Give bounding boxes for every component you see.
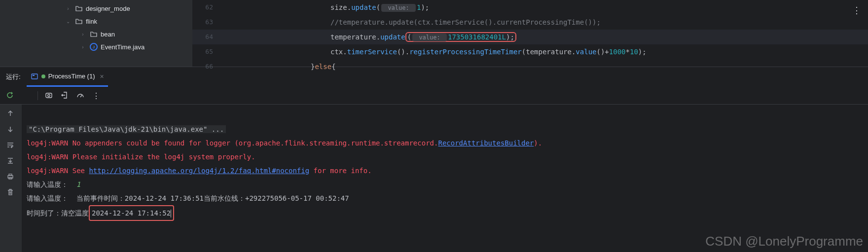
code-content: //temperature.update(ctx.timerService().… (222, 15, 601, 30)
line-number: 66 (192, 59, 222, 74)
editor-line[interactable]: 62size.update( value: 1); (192, 0, 868, 15)
console-warn-2: log4j:WARN Please initialize the log4j s… (27, 153, 255, 161)
down-icon[interactable] (6, 125, 15, 134)
more-icon[interactable]: ⋮ (852, 5, 862, 16)
trash-icon[interactable] (6, 188, 15, 197)
folder-icon (75, 17, 83, 25)
tree-item-label: bean (101, 31, 115, 38)
run-toolbar: ⋮ (0, 87, 868, 105)
editor-line[interactable]: 66}else{ (192, 59, 868, 74)
code-content: ctx.timerService().registerProcessingTim… (222, 44, 647, 59)
tree-item-label: designer_mode (86, 5, 130, 12)
stop-icon[interactable] (22, 91, 31, 100)
svg-point-3 (48, 94, 50, 96)
line-number: 65 (192, 44, 222, 59)
tree-item[interactable]: ›JEventTime.java (0, 40, 192, 53)
tree-item[interactable]: ⌄flink (0, 15, 192, 28)
chevron-icon[interactable]: › (64, 4, 72, 12)
tree-item-label: EventTime.java (101, 43, 145, 51)
print-icon[interactable] (6, 173, 15, 181)
editor-line[interactable]: 65ctx.timerService().registerProcessingT… (192, 44, 868, 59)
line-number: 64 (192, 30, 222, 44)
run-label: 运行: (6, 72, 21, 81)
exit-icon[interactable] (61, 91, 70, 100)
editor-line[interactable]: 63//temperature.update(ctx.timerService(… (192, 15, 868, 30)
run-tab-processtime[interactable]: ProcessTime (1) × (27, 67, 108, 87)
code-editor[interactable]: 62size.update( value: 1);63//temperature… (192, 0, 868, 67)
up-icon[interactable] (6, 109, 15, 118)
svg-rect-5 (9, 174, 12, 176)
chevron-icon[interactable]: › (79, 30, 87, 38)
console-line-4: 请输入温度： 1 (27, 180, 80, 188)
console-line-5: 请输入温度： 当前事件时间：2024-12-24 17:36:51当前水位线：+… (27, 194, 349, 202)
svg-rect-0 (32, 74, 37, 79)
console-output[interactable]: "C:\Program Files\Java\jdk-21\bin\java.e… (22, 105, 868, 252)
project-tree: ›designer_mode⌄flink›bean›JEventTime.jav… (0, 0, 192, 67)
screenshot-icon[interactable] (45, 91, 54, 100)
console-sidebar (0, 105, 22, 252)
rerun-icon[interactable] (6, 91, 15, 100)
run-tab-label: ProcessTime (1) (48, 72, 95, 80)
code-content: size.update( value: 1); (222, 0, 429, 15)
run-panel: 运行: ProcessTime (1) × ⋮ ⋮ (0, 67, 868, 252)
code-content: temperature.update( value: 1735031682401… (222, 30, 516, 44)
line-number: 62 (192, 0, 222, 15)
chevron-icon[interactable]: › (79, 43, 87, 51)
svg-rect-1 (33, 75, 35, 76)
line-number: 63 (192, 15, 222, 30)
close-icon[interactable]: × (100, 72, 104, 80)
profiler-icon[interactable] (76, 91, 85, 100)
editor-line[interactable]: 64temperature.update( value: 17350316824… (192, 30, 868, 44)
more-actions-icon[interactable]: ⋮ (92, 91, 101, 100)
console-warn-3: log4j:WARN See http://logging.apache.org… (27, 167, 372, 175)
tree-item[interactable]: ›bean (0, 28, 192, 40)
soft-wrap-icon[interactable] (6, 141, 15, 150)
svg-rect-2 (46, 93, 52, 98)
chevron-icon[interactable]: ⌄ (64, 17, 72, 25)
running-indicator-icon (41, 74, 45, 78)
scroll-to-end-icon[interactable] (6, 157, 15, 166)
console-command: "C:\Program Files\Java\jdk-21\bin\java.e… (27, 125, 226, 133)
tree-item-label: flink (86, 18, 97, 25)
run-config-icon (31, 72, 38, 80)
java-file-icon: J (90, 43, 98, 51)
code-content: }else{ (222, 59, 336, 74)
folder-icon (90, 30, 98, 38)
tree-item[interactable]: ›designer_mode (0, 2, 192, 15)
console-line-6: 时间到了：清空温度2024-12-24 17:14:52 (27, 209, 174, 217)
folder-icon (75, 4, 83, 12)
console-warn-1: log4j:WARN No appenders could be found f… (27, 139, 542, 147)
